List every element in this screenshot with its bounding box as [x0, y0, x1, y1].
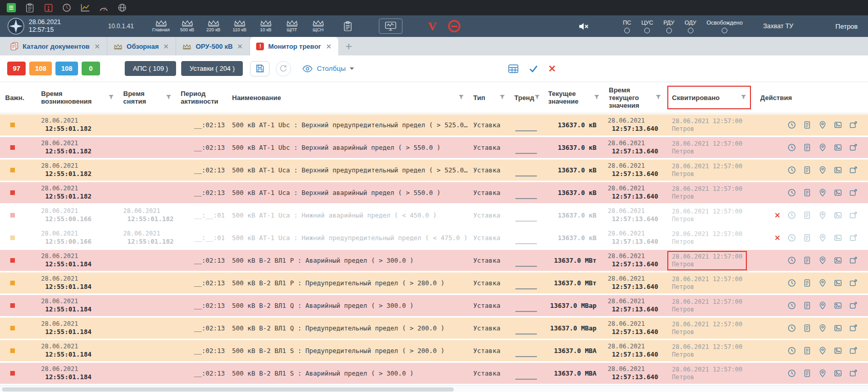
export-icon[interactable] [849, 369, 858, 378]
export-icon[interactable] [849, 233, 858, 242]
document-icon[interactable] [803, 233, 812, 242]
location-icon[interactable] [818, 233, 827, 242]
confirm-icon[interactable] [529, 65, 538, 73]
trend-sparkline[interactable] [515, 356, 537, 357]
export-icon[interactable] [849, 188, 858, 197]
export-icon[interactable] [849, 324, 858, 332]
filter-icon[interactable] [166, 94, 171, 102]
export-icon[interactable] [849, 166, 858, 174]
clock-icon[interactable] [787, 143, 796, 152]
image-icon[interactable] [834, 256, 842, 265]
trend-sparkline[interactable] [515, 266, 537, 267]
column-name[interactable]: Наименование [227, 82, 468, 113]
app-logo[interactable] [7, 17, 25, 35]
table-row[interactable]: 28.06.2021 12:55:01.184 __:02:13 500 кВ … [0, 363, 868, 384]
document-icon[interactable] [803, 279, 812, 287]
image-icon[interactable] [834, 301, 842, 310]
nav-substation-item[interactable]: 110 кВ [230, 20, 249, 32]
document-icon[interactable] [803, 166, 812, 174]
nav-substation-item[interactable]: 500 кВ [178, 20, 197, 32]
image-icon[interactable] [834, 166, 842, 174]
clock-icon[interactable] [787, 188, 796, 197]
column-type[interactable]: Тип [468, 82, 509, 113]
v-brand-icon[interactable]: V [428, 20, 437, 32]
nav-substation-item[interactable]: 220 кВ [204, 20, 223, 32]
close-icon[interactable] [94, 43, 101, 50]
counter-badge[interactable]: 97 [7, 62, 26, 75]
column-acknowledged[interactable]: Сквитировано [665, 82, 755, 113]
column-importance[interactable]: Важн. [0, 82, 36, 113]
counter-badge[interactable]: 108 [29, 62, 52, 75]
trend-sparkline[interactable] [515, 153, 537, 154]
clock-icon[interactable] [787, 279, 796, 287]
image-icon[interactable] [834, 279, 842, 287]
status-indicator[interactable]: РДУ [663, 19, 674, 33]
clock-icon[interactable] [787, 121, 796, 129]
trend-sparkline[interactable] [515, 379, 537, 380]
document-icon[interactable] [803, 369, 812, 378]
counter-badge[interactable]: 0 [82, 62, 100, 75]
clock-icon[interactable] [787, 369, 796, 378]
table-row[interactable]: 28.06.2021 12:55:01.182 __:02:13 500 кВ … [0, 137, 868, 158]
app-icon[interactable] [6, 3, 16, 13]
location-icon[interactable] [818, 211, 827, 220]
alarm-log-icon[interactable] [43, 3, 53, 13]
image-icon[interactable] [834, 121, 842, 129]
export-icon[interactable] [849, 279, 858, 287]
clipboard-icon[interactable] [25, 3, 35, 13]
document-icon[interactable] [803, 346, 812, 355]
document-icon[interactable] [803, 121, 812, 129]
cancel-icon[interactable] [774, 212, 787, 219]
filter-icon[interactable] [458, 94, 464, 102]
document-icon[interactable] [803, 188, 812, 197]
nav-substation-item[interactable]: ЩПТ [282, 20, 302, 32]
table-row[interactable]: 28.06.2021 12:55:00.166 28.06.2021 12:55… [0, 205, 868, 226]
clock-icon[interactable] [787, 346, 796, 355]
column-trend[interactable]: Тренд [509, 82, 543, 113]
trend-sparkline[interactable] [515, 243, 537, 244]
clock-icon[interactable] [787, 211, 796, 220]
table-row[interactable]: 28.06.2021 12:55:01.182 __:02:13 500 кВ … [0, 160, 868, 181]
status-indicator[interactable]: ПС [623, 19, 631, 33]
location-icon[interactable] [818, 256, 827, 265]
clock-icon[interactable] [62, 3, 72, 13]
location-icon[interactable] [818, 121, 827, 129]
clipboard-icon[interactable] [343, 21, 352, 32]
filter-icon[interactable] [741, 94, 746, 102]
nav-substation-item[interactable]: 10 кВ [256, 20, 276, 32]
filter-icon[interactable] [534, 94, 540, 102]
document-icon[interactable] [803, 256, 812, 265]
location-icon[interactable] [818, 188, 827, 197]
location-icon[interactable] [818, 324, 827, 332]
filter-icon[interactable] [108, 94, 114, 102]
filter-icon[interactable] [499, 94, 505, 102]
close-icon[interactable] [163, 43, 169, 50]
trend-sparkline[interactable] [515, 221, 537, 222]
table-row[interactable]: 28.06.2021 12:55:01.184 __:02:13 500 кВ … [0, 318, 868, 339]
chart-icon[interactable] [80, 3, 90, 13]
status-indicator[interactable]: ОДУ [685, 19, 697, 33]
horizontal-scrollbar[interactable] [0, 385, 868, 392]
trend-sparkline[interactable] [515, 130, 537, 131]
filter-icon[interactable] [594, 94, 600, 102]
nav-substation-item[interactable]: Главная [151, 20, 171, 32]
trend-sparkline[interactable] [515, 198, 537, 199]
clock-icon[interactable] [787, 256, 796, 265]
add-tab-button[interactable] [338, 37, 359, 55]
table-row[interactable]: 28.06.2021 12:55:01.184 __:02:13 500 кВ … [0, 250, 868, 271]
setpoints-button[interactable]: Уставки ( 204 ) [181, 61, 243, 76]
columns-selector[interactable]: Столбцы [302, 65, 354, 72]
grid-view-icon[interactable] [508, 64, 518, 73]
document-icon[interactable] [803, 143, 812, 152]
image-icon[interactable] [834, 143, 842, 152]
column-current-value-time[interactable]: Время текущего значения [604, 82, 665, 113]
clock-icon[interactable] [787, 324, 796, 332]
stop-icon[interactable] [448, 20, 460, 32]
status-indicator[interactable]: ЦУС [641, 19, 653, 33]
image-icon[interactable] [834, 188, 842, 197]
oscillogram-monitor-icon[interactable] [379, 18, 402, 34]
export-icon[interactable] [849, 143, 858, 152]
export-icon[interactable] [849, 121, 858, 129]
location-icon[interactable] [818, 143, 827, 152]
tab-overview[interactable]: Обзорная [107, 37, 177, 55]
